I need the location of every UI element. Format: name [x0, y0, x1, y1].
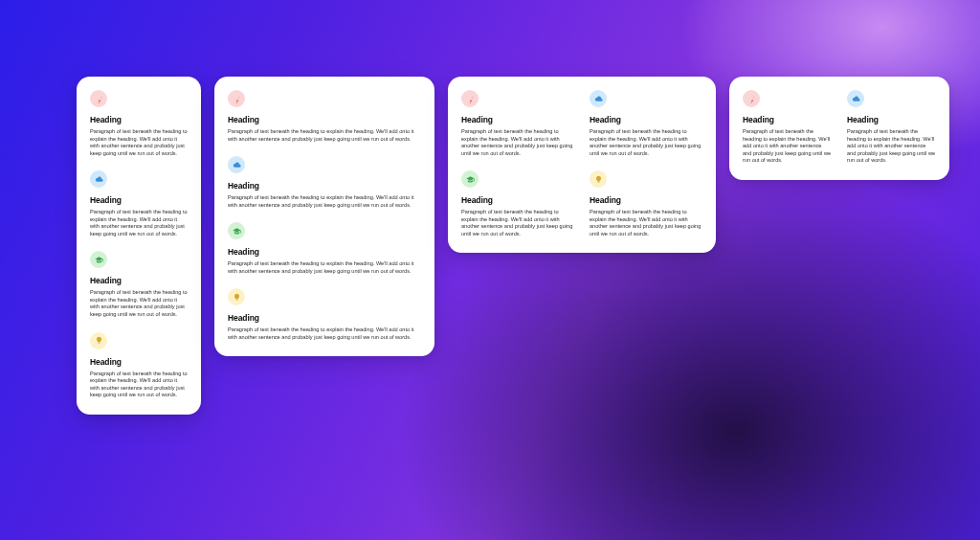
- feature-heading: Heading: [461, 115, 574, 124]
- feature-text: Paragraph of text beneath the heading to…: [461, 209, 574, 237]
- feature-heading: Heading: [228, 115, 421, 124]
- feature-text: Paragraph of text beneath the heading to…: [90, 289, 188, 318]
- feature-text: Paragraph of text beneath the heading to…: [461, 128, 574, 157]
- feature-item: Heading Paragraph of text beneath the he…: [590, 170, 702, 237]
- card-1: Heading Paragraph of text beneath the he…: [77, 77, 201, 415]
- pin-icon: [461, 90, 479, 107]
- cloud-icon: [228, 156, 245, 173]
- feature-item: Heading Paragraph of text beneath the he…: [228, 156, 421, 209]
- card-3: Heading Paragraph of text beneath the he…: [448, 77, 716, 253]
- feature-item: Heading Paragraph of text beneath the he…: [847, 90, 936, 165]
- feature-heading: Heading: [590, 195, 702, 205]
- feature-item: Heading Paragraph of text beneath the he…: [90, 90, 188, 157]
- feature-heading: Heading: [228, 181, 421, 191]
- feature-heading: Heading: [847, 115, 936, 124]
- feature-item: Heading Paragraph of text beneath the he…: [228, 288, 421, 341]
- feature-text: Paragraph of text beneath the heading to…: [90, 371, 188, 399]
- feature-heading: Heading: [743, 115, 832, 124]
- feature-item: Heading Paragraph of text beneath the he…: [228, 90, 421, 143]
- feature-text: Paragraph of text beneath the heading to…: [228, 326, 421, 341]
- feature-text: Paragraph of text beneath the heading to…: [228, 128, 421, 143]
- feature-item: Heading Paragraph of text beneath the he…: [90, 170, 188, 237]
- feature-text: Paragraph of text beneath the heading to…: [228, 260, 421, 275]
- graduation-cap-icon: [90, 251, 107, 268]
- lightbulb-icon: [90, 332, 107, 349]
- lightbulb-icon: [228, 288, 245, 305]
- feature-item: Heading Paragraph of text beneath the he…: [461, 170, 574, 237]
- feature-text: Paragraph of text beneath the heading to…: [228, 194, 421, 209]
- feature-text: Paragraph of text beneath the heading to…: [743, 128, 832, 165]
- pin-icon: [228, 90, 245, 107]
- feature-text: Paragraph of text beneath the heading to…: [590, 128, 702, 157]
- feature-item: Heading Paragraph of text beneath the he…: [461, 90, 574, 157]
- feature-item: Heading Paragraph of text beneath the he…: [90, 332, 188, 399]
- feature-text: Paragraph of text beneath the heading to…: [847, 128, 936, 165]
- feature-heading: Heading: [90, 276, 188, 285]
- graduation-cap-icon: [461, 170, 479, 188]
- card-4: Heading Paragraph of text beneath the he…: [729, 77, 949, 180]
- feature-heading: Heading: [228, 247, 421, 257]
- feature-heading: Heading: [90, 115, 188, 124]
- feature-text: Paragraph of text beneath the heading to…: [90, 128, 188, 157]
- graduation-cap-icon: [228, 222, 245, 239]
- feature-text: Paragraph of text beneath the heading to…: [90, 209, 188, 237]
- feature-item: Heading Paragraph of text beneath the he…: [90, 251, 188, 318]
- feature-item: Heading Paragraph of text beneath the he…: [590, 90, 702, 157]
- pin-icon: [90, 90, 107, 107]
- feature-item: Heading Paragraph of text beneath the he…: [228, 222, 421, 275]
- feature-heading: Heading: [590, 115, 702, 124]
- pin-icon: [743, 90, 760, 107]
- cloud-icon: [847, 90, 864, 107]
- feature-heading: Heading: [90, 195, 188, 205]
- cloud-icon: [590, 90, 607, 107]
- cloud-icon: [90, 170, 107, 188]
- feature-heading: Heading: [461, 195, 574, 205]
- feature-heading: Heading: [90, 357, 188, 367]
- feature-text: Paragraph of text beneath the heading to…: [590, 209, 702, 237]
- card-2: Heading Paragraph of text beneath the he…: [214, 77, 434, 356]
- feature-heading: Heading: [228, 313, 421, 323]
- canvas: Heading Paragraph of text beneath the he…: [0, 0, 980, 540]
- feature-item: Heading Paragraph of text beneath the he…: [743, 90, 832, 165]
- lightbulb-icon: [590, 170, 607, 188]
